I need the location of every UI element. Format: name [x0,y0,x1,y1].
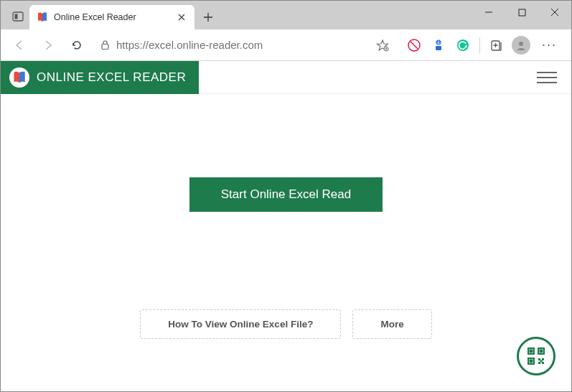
url-box[interactable] [94,34,398,57]
start-read-button[interactable]: Start Online Excel Read [189,177,383,212]
hamburger-menu-button[interactable] [537,72,557,83]
page-content: ONLINE EXCEL READER Start Online Excel R… [1,61,571,391]
bottom-links: How To View Online Excel File? More [1,309,571,339]
back-button[interactable] [8,34,31,57]
forward-button[interactable] [37,34,60,57]
tab-title: Online Excel Reader [54,12,170,22]
minimize-button[interactable] [472,1,505,24]
howto-link[interactable]: How To View Online Excel File? [140,309,341,339]
tab-actions-icon[interactable] [6,5,29,28]
browser-tab[interactable]: Online Excel Reader [29,5,194,29]
lock-icon [100,39,111,50]
close-icon[interactable] [176,11,187,23]
svg-rect-2 [519,9,525,16]
svg-rect-14 [540,350,543,353]
svg-rect-3 [102,45,108,50]
qr-code-button[interactable] [517,337,555,375]
extension-blocker-icon[interactable] [403,34,425,56]
browser-menu-button[interactable]: ··· [535,37,564,52]
site-header: ONLINE EXCEL READER [1,61,571,94]
extension-download-icon[interactable] [428,34,449,56]
brand[interactable]: ONLINE EXCEL READER [1,61,199,94]
svg-rect-21 [540,360,543,363]
book-icon [37,11,48,23]
svg-rect-7 [436,46,441,50]
svg-rect-12 [530,350,533,353]
maximize-button[interactable] [505,1,538,24]
new-tab-button[interactable] [197,6,219,28]
address-bar: ··· [1,29,571,61]
svg-rect-0 [13,12,23,21]
favorite-add-icon[interactable] [373,36,392,55]
collections-icon[interactable] [486,34,507,56]
url-input[interactable] [116,39,367,51]
window-close-button[interactable] [538,1,571,24]
more-link[interactable]: More [352,309,431,339]
hero: Start Online Excel Read [1,94,571,295]
svg-point-10 [519,42,523,46]
book-icon [9,67,29,88]
avatar-icon [512,36,530,55]
separator [479,37,480,53]
brand-title: ONLINE EXCEL READER [37,70,186,85]
qr-code-icon [526,346,546,366]
profile-avatar[interactable] [510,34,532,56]
refresh-button[interactable] [65,34,88,57]
svg-rect-16 [530,360,533,363]
window-titlebar: Online Excel Reader [1,1,571,29]
extension-grammarly-icon[interactable] [452,34,474,56]
svg-rect-1 [15,14,18,19]
